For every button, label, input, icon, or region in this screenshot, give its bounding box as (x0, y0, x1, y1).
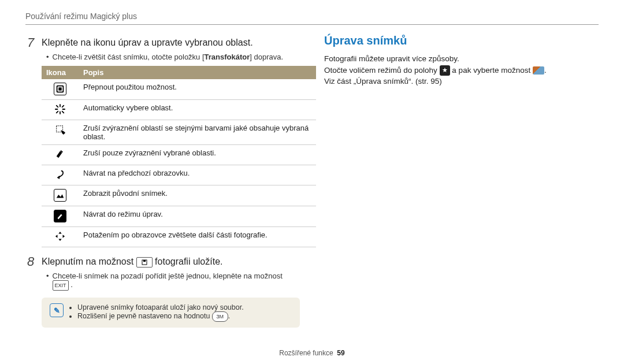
svg-marker-14 (58, 239, 61, 242)
divider (25, 24, 599, 25)
cell-desc: Návrat do režimu úprav. (79, 206, 316, 227)
svg-line-10 (62, 106, 64, 107)
svg-marker-13 (58, 232, 61, 234)
left-column: 7 Klepněte na ikonu úprav a upravte vybr… (25, 34, 300, 328)
exit-button-icon: EXIT (53, 280, 69, 291)
svg-marker-15 (55, 235, 58, 237)
back-icon (54, 169, 66, 180)
section-heading: Úprava snímků (324, 34, 599, 47)
mode-dial-icon: ★ (440, 65, 450, 76)
svg-marker-16 (63, 235, 65, 237)
icon-table: Ikona Popis Přepnout použitou možnost. A… (42, 66, 316, 247)
th-desc: Popis (79, 66, 316, 79)
edit-mode-icon (54, 210, 66, 222)
table-row: Návrat do režimu úprav. (42, 206, 316, 227)
cell-desc: Automaticky vybere oblast. (79, 100, 316, 120)
svg-line-8 (62, 112, 64, 113)
step-7-bullet: Chcete-li zvětšit část snímku, otočte po… (46, 53, 300, 61)
step-number: 7 (25, 36, 36, 49)
svg-rect-18 (143, 260, 146, 262)
table-row: Přepnout použitou možnost. (42, 79, 316, 100)
table-row: Automaticky vybere oblast. (42, 100, 316, 120)
table-row: Zobrazit původní snímek. (42, 185, 316, 206)
note-icon: ✎ (50, 303, 64, 317)
cell-desc: Návrat na předchozí obrazovku. (79, 165, 316, 185)
step-8: 8 Klepnutím na možnost fotografii uložít… (25, 255, 300, 268)
table-row: Zruší pouze zvýraznění vybrané oblasti. (42, 145, 316, 165)
right-column: Úprava snímků Fotografii můžete upravit … (324, 34, 599, 328)
deselect-area-icon (54, 148, 66, 160)
deselect-similar-icon (54, 124, 66, 135)
table-row: Potažením po obrazovce zvětšete další čá… (42, 227, 316, 247)
svg-line-7 (57, 106, 58, 107)
page-footer: Rozšířené funkce 59 (0, 349, 624, 357)
cell-desc: Zruší pouze zvýraznění vybrané oblasti. (79, 145, 316, 165)
show-original-icon (54, 189, 66, 202)
save-icon (136, 257, 153, 268)
pan-zoom-icon (54, 231, 66, 242)
step-text: Klepněte na ikonu úprav a upravte vybran… (42, 36, 253, 48)
step-8-bullet: Chcete-li snímek na pozadí pořídit ještě… (46, 272, 300, 291)
svg-line-9 (57, 112, 58, 113)
note-item: Upravené snímky fotoaparát uloží jako no… (77, 303, 244, 311)
cell-desc: Potažením po obrazovce zvětšete další čá… (79, 227, 316, 247)
step-7: 7 Klepněte na ikonu úprav a upravte vybr… (25, 36, 300, 49)
svg-rect-2 (58, 87, 61, 90)
breadcrumb: Používání režimu Magický plus (25, 12, 599, 21)
note-item: Rozlišení je pevně nastaveno na hodnotu … (77, 311, 244, 322)
auto-select-icon (54, 103, 66, 115)
toggle-option-icon (54, 83, 66, 95)
cell-desc: Zruší zvýraznění oblastí se stejnými bar… (79, 120, 316, 145)
th-icon: Ikona (42, 66, 79, 79)
step-text: Klepnutím na možnost fotografii uložíte. (42, 255, 223, 268)
table-row: Zruší zvýraznění oblastí se stejnými bar… (42, 120, 316, 145)
cell-desc: Přepnout použitou možnost. (79, 79, 316, 100)
table-row: Návrat na předchozí obrazovku. (42, 165, 316, 185)
resolution-badge: 3M (212, 311, 228, 322)
step-number: 8 (25, 255, 36, 268)
body-text: Fotografii můžete upravit více způsoby. … (324, 53, 599, 87)
note-box: ✎ Upravené snímky fotoaparát uloží jako … (42, 298, 300, 328)
cell-desc: Zobrazit původní snímek. (79, 185, 316, 206)
photo-edit-icon (533, 66, 544, 75)
